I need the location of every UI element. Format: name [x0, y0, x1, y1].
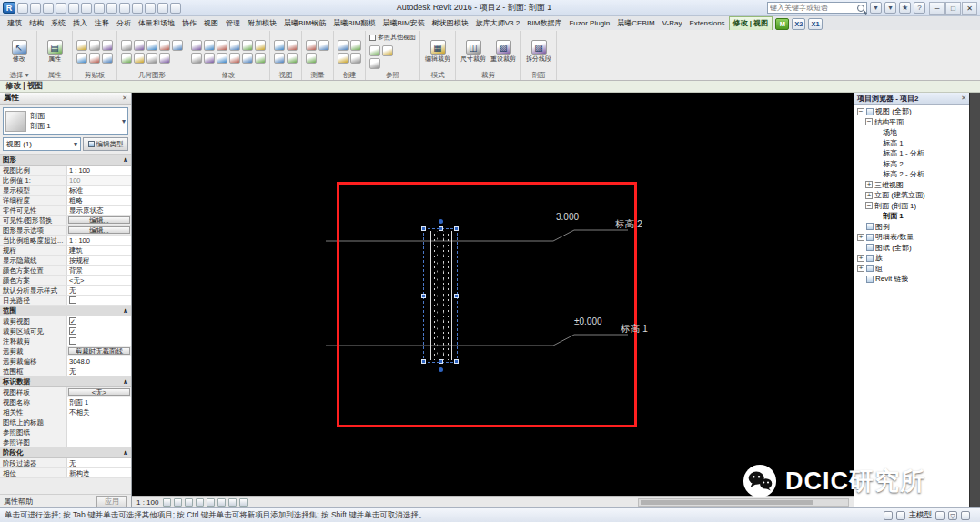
reset-crop-button[interactable]: ▧重设裁剪	[490, 40, 517, 63]
ribbon-tab[interactable]: 晨曦CEBIM	[613, 17, 658, 30]
ribbon-tool-icon[interactable]	[102, 53, 113, 64]
ribbon-tool-icon[interactable]	[159, 40, 170, 51]
ribbon-tool-icon[interactable]	[76, 53, 87, 64]
edit-crop-button[interactable]: ▦编辑裁剪	[424, 40, 451, 63]
ribbon-tab[interactable]: 建筑	[4, 17, 25, 30]
ribbon-tool-icon[interactable]	[369, 45, 380, 56]
tree-item[interactable]: 场地	[854, 127, 969, 138]
ribbon-tab[interactable]: 结构	[25, 17, 47, 30]
ribbon-tool-icon[interactable]	[134, 53, 145, 64]
properties-filter-combo[interactable]: 视图 (1) ▾	[3, 137, 81, 151]
properties-section-header[interactable]: 阶段化∧	[0, 447, 131, 458]
ribbon-tab[interactable]: 体量和场地	[135, 17, 178, 30]
edit-type-button[interactable]: 编辑类型	[83, 137, 128, 151]
selection-toggle-icon[interactable]	[961, 511, 970, 520]
property-value[interactable]: 无	[67, 366, 131, 376]
design-options-icon[interactable]	[896, 511, 905, 520]
ribbon-tool-icon[interactable]	[89, 53, 100, 64]
expand-icon[interactable]: +	[857, 255, 864, 262]
tree-item[interactable]: +三维视图	[854, 180, 969, 191]
text-note-icon[interactable]	[132, 3, 143, 14]
checkbox-icon[interactable]	[369, 35, 376, 41]
ribbon-tool-icon[interactable]	[76, 40, 87, 51]
tree-item[interactable]: 标高 2	[854, 159, 969, 170]
ribbon-tool-icon[interactable]	[102, 40, 113, 51]
default-3d-view-icon[interactable]	[145, 3, 156, 14]
property-value[interactable]: 1 : 100	[67, 236, 131, 245]
ribbon-tool-icon[interactable]	[274, 53, 285, 64]
scrollbar-thumb[interactable]	[641, 500, 813, 505]
horizontal-scrollbar[interactable]	[638, 498, 849, 507]
plugin-button-x2[interactable]: X2	[792, 18, 805, 30]
ribbon-tab[interactable]: BIM数据库	[523, 17, 565, 30]
selection-grip-icon[interactable]	[421, 359, 426, 364]
property-value[interactable]: 新构造	[67, 468, 131, 477]
property-value-button[interactable]: <无>	[68, 388, 130, 396]
aligned-dimension-icon[interactable]	[106, 3, 117, 14]
property-value[interactable]: <无>	[67, 276, 131, 285]
collapse-icon[interactable]: −	[865, 202, 873, 209]
tree-item[interactable]: 标高 1 - 分析	[854, 148, 969, 159]
property-value[interactable]: 按规程	[67, 256, 131, 265]
ribbon-tab[interactable]: 注释	[91, 17, 113, 30]
detail-level-icon[interactable]	[163, 498, 171, 507]
property-value[interactable]	[67, 417, 131, 427]
ribbon-tab[interactable]: 插入	[69, 17, 91, 30]
property-value[interactable]: 背景	[67, 266, 131, 275]
level-elevation-label[interactable]: 3.000	[556, 212, 579, 222]
checkbox-icon[interactable]	[69, 296, 76, 304]
ribbon-tab[interactable]: 树状图模块	[429, 17, 472, 30]
properties-button[interactable]: ▤属性	[41, 40, 68, 63]
checkbox-icon[interactable]: ✓	[69, 317, 76, 325]
ribbon-tool-icon[interactable]	[287, 40, 298, 51]
property-value[interactable]: 建筑	[67, 246, 131, 255]
ribbon-tool-icon[interactable]	[229, 53, 240, 64]
ribbon-tool-icon[interactable]	[134, 40, 145, 51]
ribbon-tab[interactable]: Fuzor Plugin	[565, 17, 613, 30]
ribbon-tool-icon[interactable]	[318, 40, 329, 51]
ribbon-tool-icon[interactable]	[121, 53, 132, 64]
ribbon-tab[interactable]: 晨曦BIM安装	[379, 17, 428, 30]
ribbon-tool-icon[interactable]	[191, 40, 202, 51]
ribbon-tool-icon[interactable]	[217, 53, 227, 64]
ribbon-tool-icon[interactable]	[89, 40, 100, 51]
property-value-button[interactable]: 编辑...	[68, 226, 130, 234]
selection-grip-icon[interactable]	[439, 359, 443, 364]
tree-item[interactable]: +明细表/数量	[854, 232, 969, 243]
selection-grip-icon[interactable]	[454, 226, 459, 231]
property-value[interactable]: 标准	[67, 186, 131, 195]
ribbon-tool-icon[interactable]	[350, 53, 361, 64]
thin-lines-icon[interactable]	[170, 3, 181, 14]
split-segment-button[interactable]: ▨拆分线段	[525, 40, 552, 63]
tag-by-category-icon[interactable]	[119, 3, 130, 14]
ribbon-tab[interactable]: 族库大师V3.2	[472, 17, 523, 30]
ribbon-tool-icon[interactable]	[191, 53, 202, 64]
property-value-button[interactable]: 编辑...	[68, 216, 130, 224]
crop-view-icon[interactable]	[207, 498, 215, 507]
level-elevation-label[interactable]: ±0.000	[574, 316, 602, 326]
selection-grip-icon[interactable]	[454, 294, 459, 298]
selection-grip-icon[interactable]	[421, 294, 426, 298]
ribbon-tool-icon[interactable]	[382, 45, 393, 56]
property-value[interactable]	[67, 427, 131, 437]
size-crop-button[interactable]: ◫尺寸裁剪	[460, 40, 487, 63]
ribbon-tab[interactable]: 系统	[47, 17, 69, 30]
ribbon-tool-icon[interactable]	[306, 40, 317, 51]
selected-element-boundary[interactable]	[423, 228, 458, 363]
column-element[interactable]	[430, 231, 452, 360]
ribbon-tool-icon[interactable]	[338, 40, 349, 51]
help-icon[interactable]: ?	[914, 2, 925, 14]
checkbox-icon[interactable]: ✓	[69, 327, 76, 335]
tree-item[interactable]: −剖面 (剖面 1)	[854, 201, 969, 212]
properties-help-link[interactable]: 属性帮助	[4, 497, 33, 507]
property-value[interactable]: 1 : 100	[67, 166, 131, 175]
sign-in-icon[interactable]: ▾	[884, 2, 896, 14]
checkbox-icon[interactable]	[69, 337, 76, 345]
ribbon-tool-icon[interactable]	[121, 40, 132, 51]
ribbon-tab[interactable]: V-Ray	[659, 17, 686, 30]
filter-icon[interactable]: ▽	[948, 511, 957, 520]
property-value[interactable]: 100	[67, 176, 131, 185]
sun-path-icon[interactable]	[185, 498, 193, 507]
tree-item[interactable]: Revit 链接	[854, 274, 969, 285]
print-icon[interactable]	[81, 3, 92, 14]
